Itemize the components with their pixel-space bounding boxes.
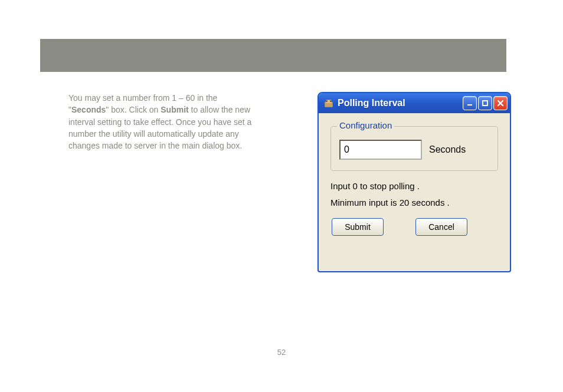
configuration-group: Configuration Seconds [330, 126, 498, 171]
dialog-title: Polling Interval [338, 98, 459, 108]
minimize-button[interactable] [463, 96, 477, 110]
seconds-input[interactable] [339, 140, 422, 160]
instruction-paragraph: You may set a number from 1 – 60 in the … [68, 92, 257, 151]
polling-interval-dialog: Polling Interval Configuration Seconds I… [317, 92, 511, 272]
header-bar [40, 39, 506, 72]
input-row: Seconds [339, 140, 489, 160]
button-row: Submit Cancel [330, 218, 498, 236]
text-segment: " box. Click on [106, 105, 161, 114]
maximize-icon [481, 99, 489, 107]
close-icon [496, 99, 505, 107]
svg-rect-5 [483, 101, 487, 106]
bold-seconds: Seconds [71, 105, 106, 114]
titlebar[interactable]: Polling Interval [319, 93, 510, 113]
submit-button[interactable]: Submit [332, 218, 384, 236]
cancel-button[interactable]: Cancel [415, 218, 467, 236]
svg-rect-4 [467, 104, 472, 106]
group-title: Configuration [337, 120, 394, 130]
bold-submit: Submit [161, 105, 188, 114]
svg-point-3 [330, 100, 332, 102]
window-controls [463, 96, 508, 110]
maximize-button[interactable] [478, 96, 492, 110]
seconds-label: Seconds [429, 144, 466, 155]
hint-line-1: Input 0 to stop polling . [330, 179, 498, 193]
page-number: 52 [0, 348, 563, 357]
svg-point-2 [326, 100, 328, 102]
dialog-body: Configuration Seconds Input 0 to stop po… [319, 113, 510, 245]
minimize-icon [466, 99, 474, 107]
app-icon [323, 98, 334, 108]
hint-line-2: Minimum input is 20 seconds . [330, 196, 498, 210]
close-button[interactable] [493, 96, 508, 110]
